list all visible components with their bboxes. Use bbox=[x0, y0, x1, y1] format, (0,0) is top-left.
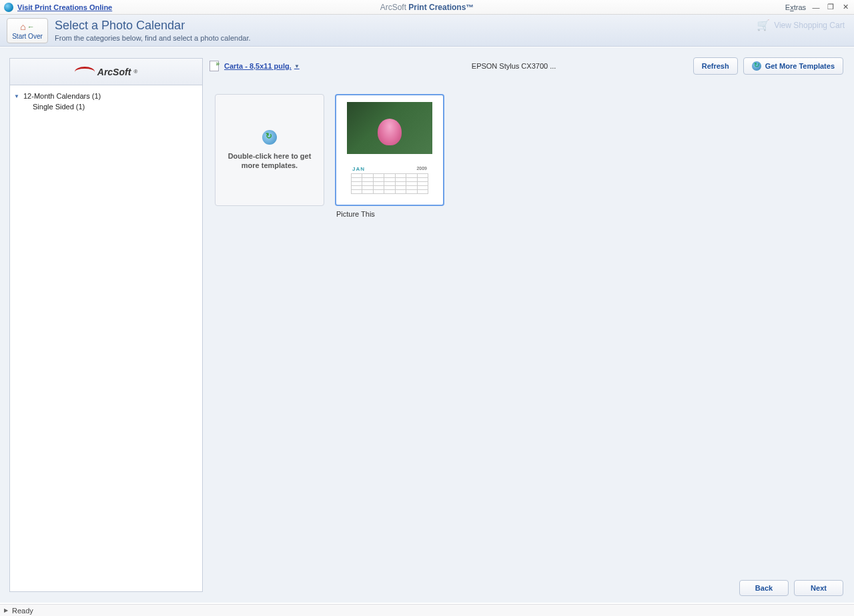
refresh-button[interactable]: Refresh bbox=[693, 57, 738, 75]
visit-print-creations-link[interactable]: Visit Print Creations Online bbox=[17, 3, 112, 11]
header: ⌂ ← Start Over Select a Photo Calendar F… bbox=[0, 15, 854, 47]
paper-icon bbox=[209, 61, 219, 71]
chevron-down-icon: ▼ bbox=[14, 93, 21, 99]
minimize-button[interactable]: — bbox=[811, 3, 821, 12]
template-thumbnail bbox=[347, 102, 432, 154]
content-area: Carta - 8,5x11 pulg. ▼ EPSON Stylus CX37… bbox=[209, 47, 854, 603]
extras-menu[interactable]: Extras bbox=[785, 3, 806, 11]
category-tree: ▼ 12-Month Calendars (1) Single Sided (1… bbox=[10, 85, 202, 117]
shopping-cart-link[interactable]: 🛒 View Shopping Cart bbox=[757, 19, 845, 31]
start-over-label: Start Over bbox=[12, 33, 43, 40]
content-toolbar: Carta - 8,5x11 pulg. ▼ EPSON Stylus CX37… bbox=[209, 57, 843, 75]
triangle-right-icon: ▶ bbox=[4, 607, 8, 613]
arcsoft-swoosh-icon bbox=[75, 67, 95, 77]
back-button[interactable]: Back bbox=[739, 580, 789, 596]
template-label: Picture This bbox=[335, 210, 444, 218]
arcsoft-logo: ArcSoft® bbox=[10, 59, 202, 85]
status-text: Ready bbox=[12, 607, 33, 615]
app-title: ArcSoft Print Creations™ bbox=[380, 3, 474, 12]
globe-icon bbox=[4, 3, 13, 12]
printer-label: EPSON Stylus CX3700 ... bbox=[472, 62, 556, 70]
refresh-icon bbox=[752, 61, 761, 71]
main-area: ArcSoft® ▼ 12-Month Calendars (1) Single… bbox=[0, 47, 854, 603]
calendar-grid-preview: JAN 2009 bbox=[347, 163, 432, 198]
next-button[interactable]: Next bbox=[794, 580, 843, 596]
status-bar: ▶ Ready bbox=[0, 604, 854, 616]
close-button[interactable]: ✕ bbox=[841, 3, 850, 12]
page-title: Select a Photo Calendar bbox=[55, 19, 251, 33]
tree-item-single-sided[interactable]: Single Sided (1) bbox=[14, 101, 198, 112]
sidebar: ArcSoft® ▼ 12-Month Calendars (1) Single… bbox=[9, 58, 203, 592]
template-gallery: Double-click here to get more templates.… bbox=[209, 75, 843, 237]
lotus-image bbox=[378, 119, 402, 145]
titlebar: Visit Print Creations Online ArcSoft Pri… bbox=[0, 0, 854, 15]
navigation-buttons: Back Next bbox=[739, 580, 843, 596]
home-icon: ⌂ bbox=[20, 21, 25, 32]
template-tile-picture-this[interactable]: JAN 2009 Picture This bbox=[335, 94, 444, 218]
chevron-down-icon: ▼ bbox=[294, 63, 300, 69]
cart-icon: 🛒 bbox=[757, 19, 770, 31]
paper-size-selector[interactable]: Carta - 8,5x11 pulg. ▼ bbox=[224, 62, 300, 70]
get-more-icon bbox=[262, 130, 277, 145]
get-more-templates-button[interactable]: Get More Templates bbox=[743, 57, 843, 75]
maximize-button[interactable]: ❐ bbox=[826, 3, 835, 12]
arrow-left-icon: ← bbox=[27, 23, 35, 31]
get-more-templates-tile[interactable]: Double-click here to get more templates. bbox=[215, 94, 324, 206]
start-over-button[interactable]: ⌂ ← Start Over bbox=[7, 18, 48, 43]
tree-item-12-month-calendars[interactable]: ▼ 12-Month Calendars (1) bbox=[14, 91, 198, 101]
page-subtitle: From the categories below, find and sele… bbox=[55, 34, 251, 42]
